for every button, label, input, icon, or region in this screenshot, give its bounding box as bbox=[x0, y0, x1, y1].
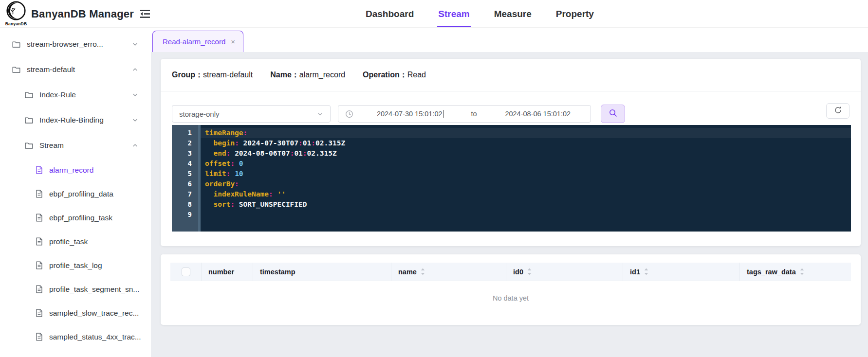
code-line: end: 2024-08-06T07:01:02.315Z bbox=[201, 148, 851, 159]
file-icon bbox=[36, 333, 43, 341]
column-label: tags_raw_data bbox=[747, 268, 796, 276]
column-label: name bbox=[398, 268, 417, 276]
select-all-checkbox[interactable] bbox=[182, 268, 190, 276]
column-header-tags-raw-data[interactable]: tags_raw_data bbox=[740, 263, 851, 281]
column-header-name[interactable]: name bbox=[391, 263, 506, 281]
line-number: 4 bbox=[172, 159, 198, 169]
sidebar-item-sampled-slow-trace-rec[interactable]: sampled_slow_trace_rec... bbox=[0, 301, 151, 325]
sidebar-item-stream-browser-erro[interactable]: stream-browser_erro... bbox=[0, 32, 151, 57]
sidebar-item-profile-task[interactable]: profile_task bbox=[0, 230, 151, 253]
group-tree-sidebar: stream-browser_erro...stream-defaultInde… bbox=[0, 28, 151, 357]
sidebar-item-stream[interactable]: Stream bbox=[0, 133, 151, 158]
line-number: 7 bbox=[172, 189, 198, 199]
search-icon bbox=[609, 108, 617, 119]
name-label: Name： bbox=[270, 70, 299, 80]
sort-arrows-icon[interactable] bbox=[799, 268, 805, 276]
column-label: timestamp bbox=[260, 268, 295, 276]
yaml-query-editor[interactable]: 123456789 timeRange: begin: 2024-07-30T0… bbox=[172, 125, 851, 232]
editor-line-numbers: 123456789 bbox=[172, 125, 198, 232]
results-table: numbertimestampnameid0id1tags_raw_data N… bbox=[170, 263, 851, 315]
tree-item-label: Index-Rule bbox=[39, 90, 76, 99]
sidebar-item-ebpf-profiling-data[interactable]: ebpf_profiling_data bbox=[0, 182, 151, 206]
column-header-number: number bbox=[202, 263, 253, 281]
code-line bbox=[201, 210, 851, 220]
name-info: Name： alarm_record bbox=[270, 70, 345, 80]
folder-icon bbox=[25, 142, 33, 149]
refresh-button[interactable] bbox=[826, 103, 850, 119]
sort-arrows-icon[interactable] bbox=[644, 268, 649, 276]
nav-property[interactable]: Property bbox=[555, 0, 595, 28]
sidebar-item-stream-default[interactable]: stream-default bbox=[0, 57, 151, 82]
tree-item-label: ebpf_profiling_task bbox=[49, 214, 112, 222]
file-icon bbox=[36, 309, 43, 317]
operation-value: Read bbox=[407, 71, 426, 79]
column-header-timestamp: timestamp bbox=[253, 263, 391, 281]
file-icon bbox=[36, 237, 43, 246]
file-icon bbox=[36, 166, 43, 174]
sidebar-item-sampled-status-4xx-trac[interactable]: sampled_status_4xx_trac... bbox=[0, 325, 151, 349]
nav-measure[interactable]: Measure bbox=[493, 0, 533, 28]
sort-arrows-icon[interactable] bbox=[420, 268, 425, 276]
column-label: id1 bbox=[630, 268, 640, 276]
group-value: stream-default bbox=[203, 71, 253, 79]
query-card: Group： stream-default Name： alarm_record… bbox=[161, 59, 861, 246]
tree-item-label: Stream bbox=[39, 141, 64, 150]
chevron-down-icon[interactable] bbox=[132, 117, 138, 124]
refresh-icon bbox=[834, 106, 842, 116]
folder-icon bbox=[12, 41, 20, 48]
column-header-id0[interactable]: id0 bbox=[506, 263, 623, 281]
file-icon bbox=[36, 261, 43, 269]
line-number: 1 bbox=[172, 128, 198, 138]
column-label: id0 bbox=[513, 268, 523, 276]
code-line: indexRuleName: '' bbox=[201, 189, 851, 199]
fold-sidebar-icon[interactable] bbox=[140, 9, 150, 18]
stream-info-row: Group： stream-default Name： alarm_record… bbox=[161, 59, 861, 91]
tree-item-label: sampled_status_4xx_trac... bbox=[49, 333, 141, 341]
start-date-input[interactable]: 2024-07-30 15:01:02 bbox=[357, 110, 463, 118]
column-header-id1[interactable]: id1 bbox=[623, 263, 740, 281]
end-date-input[interactable]: 2024-08-06 15:01:02 bbox=[485, 110, 591, 118]
tree-item-label: stream-default bbox=[27, 65, 75, 74]
sidebar-item-profile-task-log[interactable]: profile_task_log bbox=[0, 253, 151, 277]
folder-icon bbox=[25, 117, 33, 124]
sidebar-item-alarm-record[interactable]: alarm_record bbox=[0, 158, 151, 182]
clock-icon bbox=[345, 110, 353, 118]
time-range-picker[interactable]: 2024-07-30 15:01:02 to 2024-08-06 15:01:… bbox=[338, 105, 591, 123]
sidebar-item-index-rule-binding[interactable]: Index-Rule-Binding bbox=[0, 107, 151, 133]
editor-code: timeRange: begin: 2024-07-30T07:01:02.31… bbox=[201, 125, 851, 232]
range-separator: to bbox=[463, 110, 485, 118]
tree-item-label: profile_task_segment_sn... bbox=[49, 285, 139, 294]
tree-item-label: Index-Rule-Binding bbox=[39, 116, 104, 125]
chevron-down-icon[interactable] bbox=[132, 41, 138, 48]
tree-item-label: alarm_record bbox=[49, 166, 93, 175]
sidebar-item-profile-task-segment-sn[interactable]: profile_task_segment_sn... bbox=[0, 277, 151, 301]
chevron-up-icon[interactable] bbox=[132, 67, 138, 73]
sort-arrows-icon[interactable] bbox=[527, 268, 532, 276]
filter-row: storage-only 2024-07-30 15:01:02 to 2024… bbox=[172, 105, 850, 123]
tree-item-label: profile_task bbox=[49, 237, 88, 246]
name-value: alarm_record bbox=[299, 71, 345, 79]
code-line: sort: SORT_UNSPECIFIED bbox=[201, 199, 851, 210]
data-source-select[interactable]: storage-only bbox=[172, 105, 331, 123]
search-button[interactable] bbox=[601, 105, 625, 123]
content-area: Group： stream-default Name： alarm_record… bbox=[151, 52, 868, 357]
chevron-down-icon[interactable] bbox=[132, 92, 138, 98]
tab-read-alarm-record[interactable]: Read-alarm_record × bbox=[152, 31, 243, 52]
operation-info: Operation： Read bbox=[363, 70, 426, 80]
sidebar-item-index-rule[interactable]: Index-Rule bbox=[0, 82, 151, 107]
file-icon bbox=[36, 214, 43, 222]
text-caret bbox=[443, 110, 443, 118]
nav-stream[interactable]: Stream bbox=[437, 0, 470, 28]
chevron-down-icon bbox=[317, 111, 323, 117]
chevron-up-icon[interactable] bbox=[132, 143, 138, 149]
close-icon[interactable]: × bbox=[231, 38, 235, 45]
file-icon bbox=[36, 190, 43, 198]
tree-item-label: stream-browser_erro... bbox=[27, 40, 103, 49]
folder-icon bbox=[12, 66, 20, 73]
file-icon bbox=[36, 285, 43, 293]
start-date-value: 2024-07-30 15:01:02 bbox=[377, 110, 443, 118]
tab-label: Read-alarm_record bbox=[163, 37, 225, 46]
line-number: 3 bbox=[172, 148, 198, 159]
nav-dashboard[interactable]: Dashboard bbox=[365, 0, 415, 28]
sidebar-item-ebpf-profiling-task[interactable]: ebpf_profiling_task bbox=[0, 206, 151, 230]
